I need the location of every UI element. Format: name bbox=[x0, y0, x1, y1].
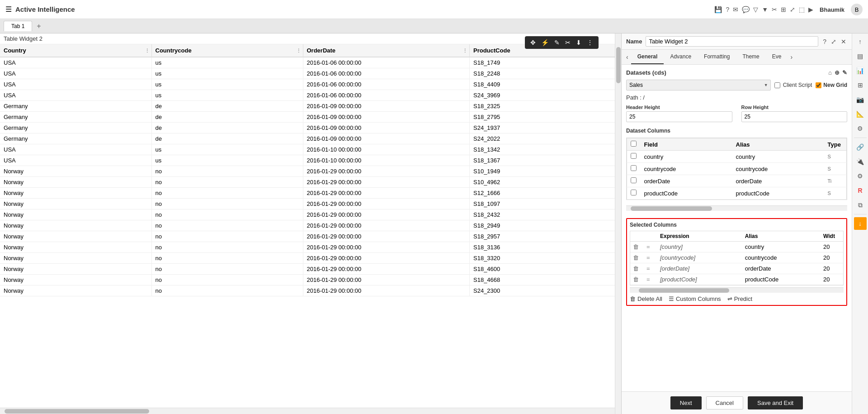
strip-r-icon[interactable]: R bbox=[854, 184, 867, 197]
config-tab-next[interactable]: › bbox=[788, 51, 795, 63]
col-menu-orderdate[interactable]: ⋮ bbox=[462, 48, 467, 53]
table-cell: Norway bbox=[0, 242, 151, 253]
ds-select-all[interactable] bbox=[631, 141, 637, 147]
tab-eve[interactable]: Eve bbox=[766, 50, 788, 64]
tab-1[interactable]: Tab 1 bbox=[4, 21, 32, 31]
strip-up-icon[interactable]: ↑ bbox=[854, 35, 867, 48]
table-row: Norwayno2016-01-29 00:00:00S12_1666 bbox=[0, 188, 621, 199]
edit-dataset-icon[interactable]: ✎ bbox=[842, 69, 847, 76]
strip-list-icon[interactable]: ▤ bbox=[854, 50, 867, 62]
download-icon[interactable]: ⬇ bbox=[574, 38, 583, 47]
sel-col-delete-icon[interactable]: 🗑 bbox=[633, 254, 639, 261]
table-cell: S12_1666 bbox=[470, 188, 621, 199]
custom-columns-icon: ☰ bbox=[669, 295, 674, 302]
sel-col-delete-icon[interactable]: 🗑 bbox=[633, 265, 639, 272]
horizontal-scrollbar-thumb[interactable] bbox=[5, 409, 149, 414]
selected-columns-scroll[interactable]: Expression Alias Widt 🗑 = [country] coun… bbox=[630, 231, 844, 286]
table-cell: Germany bbox=[0, 133, 151, 144]
ds-col-field-cell: country bbox=[641, 151, 732, 163]
save-icon[interactable]: 💾 bbox=[714, 6, 722, 13]
cancel-button[interactable]: Cancel bbox=[706, 396, 743, 409]
strip-gear-icon[interactable]: ⚙ bbox=[854, 122, 867, 135]
dataset-select[interactable]: Sales bbox=[626, 80, 771, 90]
move-icon[interactable]: ✥ bbox=[528, 38, 538, 47]
path-label: Path : bbox=[626, 94, 642, 101]
table-cell: de bbox=[151, 112, 303, 123]
save-exit-button[interactable]: Save and Exit bbox=[748, 396, 803, 409]
table-cell: de bbox=[151, 101, 303, 112]
arrow-right-icon[interactable]: ▶ bbox=[808, 6, 813, 13]
home-icon[interactable]: ⌂ bbox=[828, 69, 832, 76]
datasets-label: Datasets (cds) bbox=[626, 69, 666, 76]
ds-field-header: Field bbox=[641, 138, 732, 151]
strip-plug-icon[interactable]: 🔌 bbox=[854, 155, 867, 168]
col-menu-countrycode[interactable]: ⋮ bbox=[296, 48, 301, 53]
new-grid-checkbox[interactable] bbox=[816, 82, 821, 88]
close-config-icon[interactable]: ✕ bbox=[840, 37, 847, 46]
delete-all-link[interactable]: 🗑 Delete All bbox=[630, 295, 662, 302]
sel-cols-horiz-scrollbar-thumb[interactable] bbox=[639, 288, 729, 293]
row-height-input[interactable] bbox=[741, 111, 848, 122]
scissors-icon[interactable]: ✂ bbox=[772, 6, 777, 13]
strip-grid-icon[interactable]: ⊞ bbox=[854, 79, 867, 91]
email-icon[interactable]: ✉ bbox=[733, 6, 738, 13]
sel-col-width-header: Widt bbox=[821, 231, 843, 242]
strip-link-icon[interactable]: 🔗 bbox=[854, 141, 867, 153]
tab-advance[interactable]: Advance bbox=[664, 50, 698, 64]
table-cell: S18_4409 bbox=[470, 79, 621, 90]
table-scroll-area[interactable]: Country ⋮ Countrycode ⋮ OrderDate ⋮ Pr bbox=[0, 44, 621, 408]
config-tab-prev[interactable]: ‹ bbox=[623, 51, 631, 63]
tab-theme[interactable]: Theme bbox=[736, 50, 765, 64]
tab-general[interactable]: General bbox=[631, 50, 664, 64]
table-cell: S18_4668 bbox=[470, 275, 621, 286]
more-icon[interactable]: ⋮ bbox=[585, 38, 595, 47]
sel-col-delete-icon[interactable]: 🗑 bbox=[633, 243, 639, 250]
cut-icon[interactable]: ✂ bbox=[563, 38, 572, 47]
tab-formatting[interactable]: Formatting bbox=[698, 50, 736, 64]
expand-icon[interactable]: ⤢ bbox=[790, 6, 795, 13]
hamburger-icon[interactable]: ☰ bbox=[5, 5, 12, 14]
help-config-icon[interactable]: ? bbox=[822, 37, 827, 46]
filter-icon[interactable]: ▽ bbox=[753, 6, 758, 13]
strip-chart-icon[interactable]: 📊 bbox=[854, 64, 867, 77]
window-icon[interactable]: ⬚ bbox=[799, 6, 805, 13]
ds-col-checkbox[interactable] bbox=[631, 165, 637, 171]
strip-ruler-icon[interactable]: 📐 bbox=[854, 108, 867, 120]
strip-down-icon[interactable]: ↓ bbox=[854, 217, 867, 230]
ds-horiz-scrollbar-thumb[interactable] bbox=[631, 206, 712, 211]
ds-horiz-scrollbar[interactable] bbox=[626, 205, 847, 211]
table-body: USAus2016-01-06 00:00:00S18_1749USAus201… bbox=[0, 57, 621, 296]
table-cell: S18_2949 bbox=[470, 220, 621, 231]
table-cell: 2016-01-06 00:00:00 bbox=[303, 79, 470, 90]
edit-icon[interactable]: ✎ bbox=[552, 38, 561, 47]
ds-col-type-cell: S bbox=[824, 151, 847, 163]
chat-icon[interactable]: 💬 bbox=[742, 6, 750, 13]
restore-config-icon[interactable]: ⤢ bbox=[830, 37, 837, 46]
add-dataset-icon[interactable]: ⊕ bbox=[835, 69, 840, 76]
filter2-icon[interactable]: ▼ bbox=[762, 6, 768, 13]
help-icon[interactable]: ? bbox=[726, 6, 729, 13]
strip-layers-icon[interactable]: ⧉ bbox=[854, 199, 867, 211]
ds-col-checkbox[interactable] bbox=[631, 153, 637, 159]
tab-add-button[interactable]: + bbox=[34, 21, 43, 31]
grid-icon[interactable]: ⊞ bbox=[781, 6, 786, 13]
sel-col-delete-icon[interactable]: 🗑 bbox=[633, 276, 639, 283]
ds-col-checkbox[interactable] bbox=[631, 177, 637, 183]
sel-col-expr-cell: [country] bbox=[657, 242, 742, 252]
custom-columns-link[interactable]: ☰ Custom Columns bbox=[669, 295, 721, 302]
client-script-checkbox[interactable] bbox=[774, 82, 780, 88]
ds-col-checkbox[interactable] bbox=[631, 190, 637, 195]
vertical-scrollbar[interactable] bbox=[615, 33, 621, 414]
col-menu-country[interactable]: ⋮ bbox=[145, 48, 150, 53]
dataset-columns-scroll[interactable]: Field Alias Type country country S count… bbox=[626, 138, 847, 200]
lightning-icon[interactable]: ⚡ bbox=[539, 38, 551, 47]
header-height-input[interactable] bbox=[626, 111, 732, 122]
config-name-input[interactable] bbox=[646, 36, 818, 47]
sel-cols-horiz-scrollbar[interactable] bbox=[630, 287, 844, 293]
strip-camera-icon[interactable]: 📷 bbox=[854, 93, 867, 106]
vertical-scrollbar-thumb[interactable] bbox=[616, 47, 621, 83]
strip-settings-icon[interactable]: ⚙ bbox=[854, 170, 867, 182]
next-button[interactable]: Next bbox=[670, 396, 702, 409]
horizontal-scrollbar[interactable] bbox=[0, 408, 621, 414]
predict-link[interactable]: ⇌ Predict bbox=[727, 295, 752, 302]
